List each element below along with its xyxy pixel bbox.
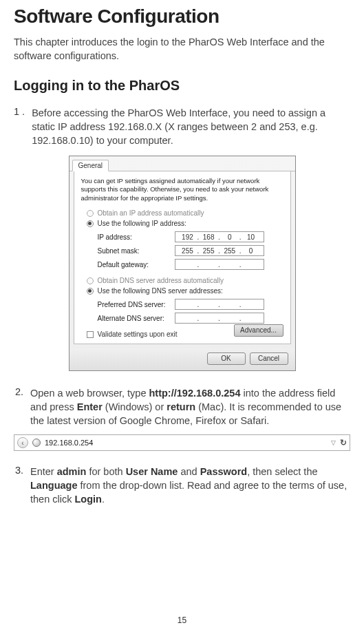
field-label: Default gateway:	[98, 261, 175, 268]
radio-label: Use the following IP address:	[98, 220, 186, 227]
field-subnet-mask: Subnet mask: 255. 255. 255. 0	[98, 245, 283, 256]
radio-icon	[87, 220, 94, 227]
back-icon[interactable]: ‹	[17, 437, 28, 448]
step-text: Open a web browser, type http://192.168.…	[30, 386, 350, 428]
checkbox-label: Validate settings upon exit	[98, 330, 178, 338]
radio-label: Obtain DNS server address automatically	[98, 277, 224, 284]
field-preferred-dns: Preferred DNS server: . . .	[98, 299, 283, 310]
field-label: IP address:	[98, 233, 175, 241]
chapter-intro: This chapter introduces the login to the…	[14, 36, 350, 78]
adns-input[interactable]: . . .	[175, 313, 264, 324]
ip-input[interactable]: 192. 168. 0. 10	[175, 231, 264, 242]
field-label: Alternate DNS server:	[98, 315, 175, 322]
radio-icon	[87, 288, 94, 295]
field-default-gateway: Default gateway: . . .	[98, 259, 283, 270]
reload-icon[interactable]: ↻	[340, 438, 347, 447]
dialog-tabs: General	[69, 156, 295, 171]
page-title: Software Configuration	[14, 0, 350, 36]
radio-label: Obtain an IP address automatically	[98, 209, 204, 217]
radio-icon	[87, 277, 94, 284]
radio-label: Use the following DNS server addresses:	[98, 287, 223, 295]
step-number: 3.	[14, 465, 23, 506]
radio-icon	[87, 210, 94, 217]
step-text: Before accessing the PharOS Web Interfac…	[32, 106, 350, 147]
field-alternate-dns: Alternate DNS server: . . .	[98, 313, 283, 324]
step-2: 2. Open a web browser, type http://192.1…	[14, 386, 350, 428]
gateway-input[interactable]: . . .	[175, 259, 264, 270]
section-heading: Logging in to the PharOS	[14, 78, 350, 106]
step-number: 1 .	[14, 106, 25, 147]
step-number: 2.	[14, 386, 23, 428]
field-label: Preferred DNS server:	[98, 301, 175, 308]
mask-input[interactable]: 255. 255. 255. 0	[175, 245, 264, 256]
tab-general[interactable]: General	[72, 160, 109, 171]
ok-button[interactable]: OK	[207, 352, 246, 365]
url-field[interactable]: 192.168.0.254	[45, 439, 327, 447]
ip-settings-dialog: General You can get IP settings assigned…	[69, 156, 296, 371]
dialog-help-text: You can get IP settings assigned automat…	[81, 177, 283, 202]
url-text: http://192.168.0.254	[149, 388, 241, 399]
step-text: Enter admin for both User Name and Passw…	[30, 465, 350, 506]
pdns-input[interactable]: . . .	[175, 299, 264, 310]
radio-obtain-dns[interactable]: Obtain DNS server address automatically	[87, 277, 283, 284]
page-number: 15	[0, 615, 364, 625]
advanced-button[interactable]: Advanced...	[234, 324, 283, 337]
radio-obtain-ip[interactable]: Obtain an IP address automatically	[87, 209, 283, 217]
checkbox-icon	[87, 331, 94, 338]
field-label: Subnet mask:	[98, 247, 175, 255]
dropdown-icon[interactable]: ▽	[331, 439, 336, 446]
globe-icon	[32, 439, 41, 447]
field-ip-address: IP address: 192. 168. 0. 10	[98, 231, 283, 242]
step-3: 3. Enter admin for both User Name and Pa…	[14, 465, 350, 506]
step-1: 1 . Before accessing the PharOS Web Inte…	[14, 106, 350, 147]
browser-url-bar: ‹ 192.168.0.254 ▽ ↻	[14, 434, 350, 451]
radio-use-dns[interactable]: Use the following DNS server addresses:	[87, 287, 283, 295]
radio-use-ip[interactable]: Use the following IP address:	[87, 220, 283, 227]
cancel-button[interactable]: Cancel	[250, 352, 288, 365]
